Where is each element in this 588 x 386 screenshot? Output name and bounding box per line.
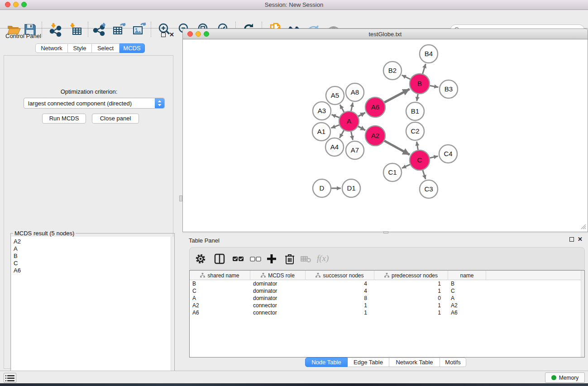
table-scrollbar[interactable] (581, 271, 584, 357)
table-cell[interactable]: 1 (374, 309, 448, 316)
dropdown-stepper-icon (155, 98, 164, 108)
tab-select[interactable]: Select (92, 43, 120, 53)
table-cell[interactable]: 1 (306, 302, 374, 309)
float-panel-icon[interactable] (161, 33, 166, 37)
graph-node-A8[interactable]: A8 (346, 83, 364, 101)
desktop-wallpaper-strip (0, 383, 588, 386)
svg-text:B1: B1 (411, 107, 419, 115)
graph-node-C4[interactable]: C4 (439, 145, 457, 163)
table-row[interactable]: Adominator80A (190, 295, 584, 302)
tab-motifs[interactable]: Motifs (440, 357, 466, 367)
table-cell[interactable]: 0 (374, 295, 448, 302)
close-panel-icon[interactable]: ✕ (169, 33, 174, 37)
delete-table-icon-disabled[interactable] (300, 253, 312, 265)
scrollbar[interactable] (171, 237, 174, 386)
table-row[interactable]: A2connector11A2 (190, 302, 584, 309)
table-cell[interactable]: 4 (306, 287, 374, 295)
graph-node-C[interactable]: C (410, 150, 430, 170)
table-cell[interactable]: B (190, 280, 250, 287)
column-header-MCDS-role[interactable]: MCDS role (250, 271, 306, 280)
mcds-result-item[interactable]: C (11, 260, 174, 267)
deselect-all-columns-icon[interactable] (249, 253, 262, 265)
float-table-panel-icon[interactable] (569, 237, 574, 242)
table-cell[interactable]: 8 (306, 295, 374, 302)
graph-node-A6[interactable]: A6 (365, 97, 385, 117)
table-cell[interactable]: dominator (250, 280, 306, 287)
table-cell[interactable]: A6 (190, 309, 250, 316)
mcds-result-item[interactable]: A (11, 245, 174, 253)
table-cell[interactable]: B (448, 280, 486, 287)
function-builder-icon[interactable]: f(x) (317, 253, 329, 263)
graph-node-D1[interactable]: D1 (342, 179, 360, 197)
table-cell[interactable]: 1 (306, 309, 374, 316)
tab-style[interactable]: Style (68, 43, 92, 53)
table-cell[interactable]: connector (250, 309, 306, 316)
table-row[interactable]: Cdominator41C (190, 287, 584, 295)
network-canvas[interactable]: B4B2BB3A8A5A6A3B1AA1C2A2A4A7C4CC1DD1C3 (182, 39, 588, 232)
criterion-dropdown[interactable]: largest connected component (directed) (24, 98, 165, 109)
resize-grip-icon[interactable] (580, 223, 586, 229)
delete-column-icon[interactable] (283, 253, 296, 265)
table-cell[interactable]: 1 (374, 287, 448, 295)
graph-node-C1[interactable]: C1 (383, 163, 402, 181)
graph-node-B2[interactable]: B2 (383, 62, 402, 80)
tab-network-table[interactable]: Network Table (389, 357, 440, 367)
table-cell[interactable]: A (190, 295, 250, 302)
graph-node-B1[interactable]: B1 (406, 102, 424, 120)
horizontal-split-handle[interactable] (179, 195, 182, 201)
table-cell[interactable]: dominator (250, 287, 306, 295)
table-row[interactable]: Bdominator41B (190, 280, 584, 287)
graph-node-C3[interactable]: C3 (420, 180, 438, 198)
task-history-button[interactable] (4, 373, 16, 383)
graph-node-A5[interactable]: A5 (326, 86, 344, 105)
edge-B-B1 (417, 94, 418, 101)
table-cell[interactable]: C (448, 287, 486, 295)
graph-node-A7[interactable]: A7 (346, 141, 364, 159)
graph-node-A[interactable]: A (339, 111, 359, 131)
svg-text:A8: A8 (351, 88, 359, 96)
table-cell[interactable]: 1 (374, 302, 448, 309)
graph-node-B[interactable]: B (410, 74, 430, 94)
table-cell[interactable]: 4 (306, 280, 374, 287)
edge-A-A4 (339, 130, 344, 138)
mcds-result-item[interactable]: A6 (11, 267, 174, 274)
table-cell[interactable]: connector (250, 302, 306, 309)
graph-node-A3[interactable]: A3 (313, 102, 331, 120)
tab-node-table[interactable]: Node Table (305, 357, 348, 367)
graph-node-A1[interactable]: A1 (312, 123, 330, 141)
select-all-columns-icon[interactable] (232, 253, 244, 265)
graph-node-A4[interactable]: A4 (325, 138, 344, 156)
column-header-shared-name[interactable]: shared name (190, 271, 250, 280)
tab-mcds[interactable]: MCDS (120, 43, 145, 53)
table-cell[interactable]: A2 (448, 302, 486, 309)
column-header-predecessor-nodes[interactable]: predecessor nodes (374, 271, 448, 280)
edge-B-B2 (402, 75, 411, 79)
edge-A-A8 (351, 103, 353, 111)
table-cell[interactable]: A (448, 295, 486, 302)
tab-network[interactable]: Network (35, 43, 68, 53)
column-header-name[interactable]: name (448, 271, 486, 280)
create-column-icon[interactable] (265, 253, 278, 265)
table-cell[interactable]: C (190, 287, 250, 295)
close-table-panel-icon[interactable]: ✕ (578, 237, 583, 242)
table-row[interactable]: A6connector11A6 (190, 309, 584, 316)
table-cell[interactable]: dominator (250, 295, 306, 302)
table-cell[interactable]: A6 (448, 309, 486, 316)
graph-node-B4[interactable]: B4 (420, 45, 438, 63)
mcds-result-item[interactable]: B (11, 253, 174, 260)
mcds-result-item[interactable]: A2 (11, 237, 174, 245)
table-options-gear-icon[interactable] (194, 253, 207, 265)
run-mcds-button[interactable]: Run MCDS (42, 114, 86, 124)
graph-node-A2[interactable]: A2 (365, 126, 385, 146)
table-cell[interactable]: 1 (374, 280, 448, 287)
graph-node-C2[interactable]: C2 (406, 122, 424, 140)
tab-edge-table[interactable]: Edge Table (348, 357, 389, 367)
show-columns-icon[interactable] (213, 253, 226, 265)
graph-node-D[interactable]: D (313, 179, 331, 197)
graph-node-B3[interactable]: B3 (440, 80, 458, 98)
memory-button[interactable]: Memory (545, 372, 585, 383)
column-header-successor-nodes[interactable]: successor nodes (306, 271, 374, 280)
svg-text:A2: A2 (371, 132, 379, 139)
close-panel-button[interactable]: Close panel (92, 114, 139, 124)
table-cell[interactable]: A2 (190, 302, 250, 309)
